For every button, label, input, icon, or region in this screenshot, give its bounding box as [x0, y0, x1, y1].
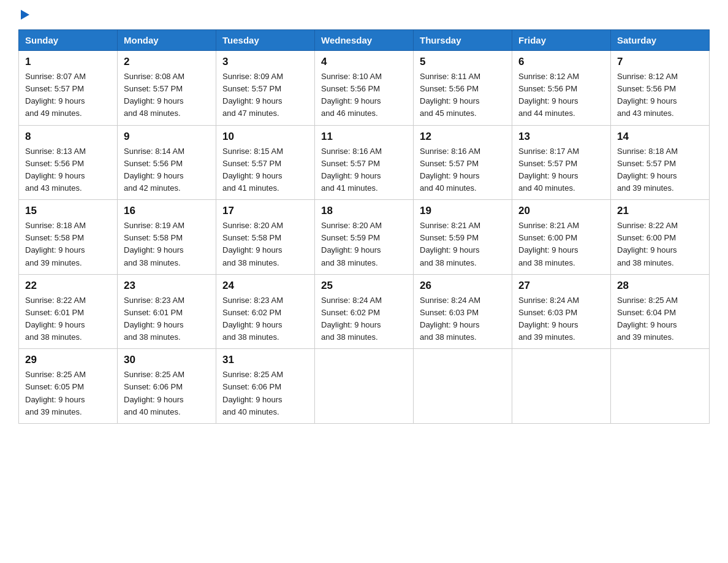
header-sunday: Sunday	[19, 30, 118, 51]
day-info: Sunrise: 8:18 AMSunset: 5:58 PMDaylight:…	[25, 220, 111, 269]
header-friday: Friday	[512, 30, 611, 51]
day-info: Sunrise: 8:15 AMSunset: 5:57 PMDaylight:…	[222, 145, 308, 195]
day-number: 19	[420, 205, 506, 217]
day-info: Sunrise: 8:18 AMSunset: 5:57 PMDaylight:…	[617, 145, 703, 195]
calendar-cell: 6Sunrise: 8:12 AMSunset: 5:56 PMDaylight…	[512, 51, 611, 126]
calendar-table: SundayMondayTuesdayWednesdayThursdayFrid…	[18, 29, 710, 424]
calendar-cell: 2Sunrise: 8:08 AMSunset: 5:57 PMDaylight…	[118, 51, 216, 126]
day-info: Sunrise: 8:09 AMSunset: 5:57 PMDaylight:…	[222, 71, 308, 120]
calendar-cell: 9Sunrise: 8:14 AMSunset: 5:56 PMDaylight…	[118, 125, 216, 200]
day-info: Sunrise: 8:22 AMSunset: 6:00 PMDaylight:…	[617, 220, 703, 269]
page-header	[18, 12, 710, 17]
logo-arrow-icon	[21, 10, 29, 20]
week-row-5: 29Sunrise: 8:25 AMSunset: 6:05 PMDayligh…	[19, 349, 710, 424]
day-number: 28	[617, 280, 703, 292]
header-row: SundayMondayTuesdayWednesdayThursdayFrid…	[19, 30, 710, 51]
day-info: Sunrise: 8:14 AMSunset: 5:56 PMDaylight:…	[124, 145, 210, 195]
day-number: 6	[518, 56, 604, 68]
day-number: 17	[222, 205, 308, 217]
day-info: Sunrise: 8:12 AMSunset: 5:56 PMDaylight:…	[518, 71, 604, 120]
header-thursday: Thursday	[414, 30, 512, 51]
day-info: Sunrise: 8:16 AMSunset: 5:57 PMDaylight:…	[321, 145, 407, 195]
day-number: 21	[617, 205, 703, 217]
day-number: 2	[124, 56, 210, 68]
calendar-header: SundayMondayTuesdayWednesdayThursdayFrid…	[19, 30, 710, 51]
calendar-cell: 19Sunrise: 8:21 AMSunset: 5:59 PMDayligh…	[414, 200, 512, 275]
calendar-cell: 29Sunrise: 8:25 AMSunset: 6:05 PMDayligh…	[19, 349, 118, 424]
calendar-cell	[414, 349, 512, 424]
day-number: 20	[518, 205, 604, 217]
day-number: 15	[25, 205, 111, 217]
day-number: 12	[420, 131, 506, 143]
day-number: 18	[321, 205, 407, 217]
calendar-cell: 10Sunrise: 8:15 AMSunset: 5:57 PMDayligh…	[216, 125, 315, 200]
calendar-cell	[315, 349, 414, 424]
calendar-cell: 17Sunrise: 8:20 AMSunset: 5:58 PMDayligh…	[216, 200, 315, 275]
calendar-cell: 4Sunrise: 8:10 AMSunset: 5:56 PMDaylight…	[315, 51, 414, 126]
day-number: 31	[222, 354, 308, 366]
day-number: 8	[25, 131, 111, 143]
day-info: Sunrise: 8:20 AMSunset: 5:58 PMDaylight:…	[222, 220, 308, 269]
header-monday: Monday	[118, 30, 216, 51]
calendar-cell: 5Sunrise: 8:11 AMSunset: 5:56 PMDaylight…	[414, 51, 512, 126]
day-number: 30	[124, 354, 210, 366]
day-number: 3	[222, 56, 308, 68]
day-number: 7	[617, 56, 703, 68]
calendar-cell: 15Sunrise: 8:18 AMSunset: 5:58 PMDayligh…	[19, 200, 118, 275]
day-number: 24	[222, 280, 308, 292]
day-info: Sunrise: 8:23 AMSunset: 6:01 PMDaylight:…	[124, 294, 210, 344]
header-tuesday: Tuesday	[216, 30, 315, 51]
day-number: 5	[420, 56, 506, 68]
calendar-cell: 13Sunrise: 8:17 AMSunset: 5:57 PMDayligh…	[512, 125, 611, 200]
day-info: Sunrise: 8:24 AMSunset: 6:03 PMDaylight:…	[518, 294, 604, 344]
calendar-cell: 27Sunrise: 8:24 AMSunset: 6:03 PMDayligh…	[512, 274, 611, 349]
day-number: 14	[617, 131, 703, 143]
day-info: Sunrise: 8:22 AMSunset: 6:01 PMDaylight:…	[25, 294, 111, 344]
calendar-cell: 8Sunrise: 8:13 AMSunset: 5:56 PMDaylight…	[19, 125, 118, 200]
calendar-cell: 3Sunrise: 8:09 AMSunset: 5:57 PMDaylight…	[216, 51, 315, 126]
day-info: Sunrise: 8:25 AMSunset: 6:04 PMDaylight:…	[617, 294, 703, 344]
calendar-cell: 14Sunrise: 8:18 AMSunset: 5:57 PMDayligh…	[611, 125, 710, 200]
header-saturday: Saturday	[611, 30, 710, 51]
day-info: Sunrise: 8:21 AMSunset: 5:59 PMDaylight:…	[420, 220, 506, 269]
day-info: Sunrise: 8:11 AMSunset: 5:56 PMDaylight:…	[420, 71, 506, 120]
day-info: Sunrise: 8:23 AMSunset: 6:02 PMDaylight:…	[222, 294, 308, 344]
day-info: Sunrise: 8:16 AMSunset: 5:57 PMDaylight:…	[420, 145, 506, 195]
calendar-cell: 11Sunrise: 8:16 AMSunset: 5:57 PMDayligh…	[315, 125, 414, 200]
day-info: Sunrise: 8:13 AMSunset: 5:56 PMDaylight:…	[25, 145, 111, 195]
calendar-cell: 18Sunrise: 8:20 AMSunset: 5:59 PMDayligh…	[315, 200, 414, 275]
calendar-cell: 22Sunrise: 8:22 AMSunset: 6:01 PMDayligh…	[19, 274, 118, 349]
day-number: 23	[124, 280, 210, 292]
day-info: Sunrise: 8:17 AMSunset: 5:57 PMDaylight:…	[518, 145, 604, 195]
day-info: Sunrise: 8:25 AMSunset: 6:05 PMDaylight:…	[25, 369, 111, 418]
calendar-cell: 30Sunrise: 8:25 AMSunset: 6:06 PMDayligh…	[118, 349, 216, 424]
calendar-cell: 12Sunrise: 8:16 AMSunset: 5:57 PMDayligh…	[414, 125, 512, 200]
day-info: Sunrise: 8:08 AMSunset: 5:57 PMDaylight:…	[124, 71, 210, 120]
day-info: Sunrise: 8:12 AMSunset: 5:56 PMDaylight:…	[617, 71, 703, 120]
day-info: Sunrise: 8:19 AMSunset: 5:58 PMDaylight:…	[124, 220, 210, 269]
calendar-cell: 21Sunrise: 8:22 AMSunset: 6:00 PMDayligh…	[611, 200, 710, 275]
day-number: 1	[25, 56, 111, 68]
day-info: Sunrise: 8:24 AMSunset: 6:02 PMDaylight:…	[321, 294, 407, 344]
calendar-cell: 31Sunrise: 8:25 AMSunset: 6:06 PMDayligh…	[216, 349, 315, 424]
day-number: 27	[518, 280, 604, 292]
day-info: Sunrise: 8:25 AMSunset: 6:06 PMDaylight:…	[124, 369, 210, 418]
calendar-cell: 28Sunrise: 8:25 AMSunset: 6:04 PMDayligh…	[611, 274, 710, 349]
calendar-cell	[611, 349, 710, 424]
logo	[18, 12, 29, 17]
day-info: Sunrise: 8:20 AMSunset: 5:59 PMDaylight:…	[321, 220, 407, 269]
day-info: Sunrise: 8:24 AMSunset: 6:03 PMDaylight:…	[420, 294, 506, 344]
calendar-body: 1Sunrise: 8:07 AMSunset: 5:57 PMDaylight…	[19, 51, 710, 424]
week-row-4: 22Sunrise: 8:22 AMSunset: 6:01 PMDayligh…	[19, 274, 710, 349]
week-row-1: 1Sunrise: 8:07 AMSunset: 5:57 PMDaylight…	[19, 51, 710, 126]
day-info: Sunrise: 8:21 AMSunset: 6:00 PMDaylight:…	[518, 220, 604, 269]
day-number: 16	[124, 205, 210, 217]
day-number: 29	[25, 354, 111, 366]
day-info: Sunrise: 8:10 AMSunset: 5:56 PMDaylight:…	[321, 71, 407, 120]
day-number: 25	[321, 280, 407, 292]
day-number: 26	[420, 280, 506, 292]
day-number: 10	[222, 131, 308, 143]
week-row-2: 8Sunrise: 8:13 AMSunset: 5:56 PMDaylight…	[19, 125, 710, 200]
logo-line1	[18, 12, 29, 20]
day-info: Sunrise: 8:25 AMSunset: 6:06 PMDaylight:…	[222, 369, 308, 418]
